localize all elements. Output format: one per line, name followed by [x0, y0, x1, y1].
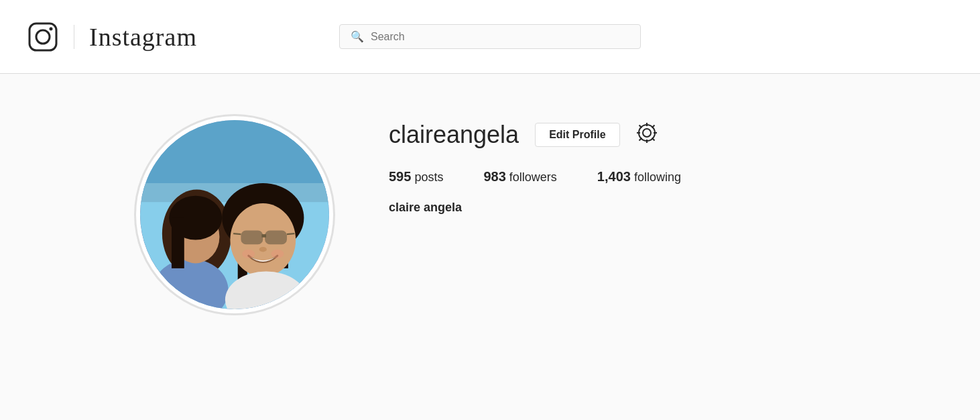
following-count: 1,403	[597, 169, 631, 184]
svg-rect-17	[265, 231, 287, 245]
header-divider	[74, 25, 74, 49]
avatar-container	[134, 114, 335, 315]
settings-icon[interactable]	[636, 122, 658, 148]
svg-line-31	[639, 125, 641, 127]
followers-label: followers	[509, 170, 557, 184]
search-icon: 🔍	[351, 30, 364, 43]
svg-rect-16	[241, 231, 263, 245]
following-stat[interactable]: 1,403 following	[597, 169, 681, 185]
svg-line-19	[233, 233, 241, 234]
svg-line-20	[287, 233, 294, 234]
svg-line-33	[652, 125, 654, 127]
following-label: following	[634, 170, 681, 184]
svg-point-1	[36, 30, 50, 44]
svg-rect-11	[172, 218, 184, 268]
svg-point-2	[50, 27, 53, 30]
svg-point-24	[271, 250, 284, 258]
svg-point-21	[259, 247, 267, 252]
svg-point-26	[643, 129, 651, 137]
search-wrapper: 🔍	[339, 24, 641, 49]
followers-stat[interactable]: 983 followers	[483, 169, 556, 185]
posts-stat[interactable]: 595 posts	[389, 169, 443, 185]
posts-count: 595	[389, 169, 411, 184]
svg-line-34	[639, 138, 641, 140]
profile-header-row: claireangela Edit Profile	[389, 121, 846, 149]
instagram-wordmark: Instagram	[89, 24, 197, 50]
username: claireangela	[389, 121, 519, 149]
profile-section: claireangela Edit Profile	[0, 74, 980, 356]
posts-label: posts	[414, 170, 443, 184]
svg-rect-18	[261, 234, 266, 238]
instagram-camera-icon	[27, 21, 59, 53]
avatar	[140, 120, 329, 309]
edit-profile-button[interactable]: Edit Profile	[535, 123, 619, 147]
search-container: 🔍	[339, 24, 641, 49]
svg-line-32	[652, 138, 654, 140]
svg-rect-0	[29, 23, 56, 50]
followers-count: 983	[483, 169, 505, 184]
profile-info: claireangela Edit Profile	[389, 114, 846, 215]
display-name: claire angela	[389, 201, 846, 215]
stats-row: 595 posts 983 followers 1,403 following	[389, 169, 846, 185]
search-input[interactable]	[371, 31, 629, 43]
svg-point-23	[242, 250, 255, 258]
header: Instagram 🔍	[0, 0, 980, 74]
header-logo-area: Instagram	[27, 21, 197, 53]
